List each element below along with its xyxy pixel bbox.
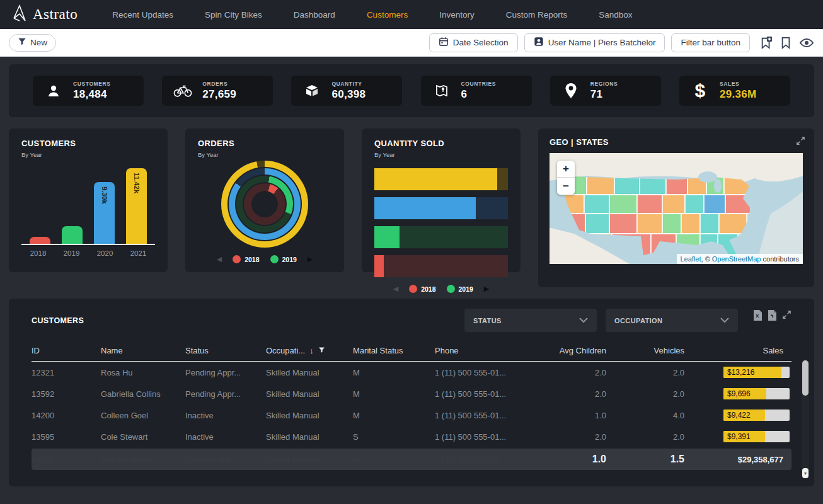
column-filter-icon[interactable]	[318, 346, 325, 355]
col-avg-children[interactable]: Avg Children	[541, 346, 613, 355]
cell-children: 2.0	[541, 432, 613, 442]
kpi-label: REGIONS	[590, 81, 618, 87]
occupation-dropdown[interactable]: OCCUPATION	[606, 309, 738, 332]
col-marital-status[interactable]: Marital Status	[353, 346, 435, 355]
date-selection-label: Date Selection	[453, 38, 509, 47]
scrollbar-thumb[interactable]	[802, 360, 809, 396]
legend-item-2019[interactable]: 2019	[270, 255, 297, 263]
cell-occupation: Skilled Manual	[266, 411, 353, 420]
filter-bar-button[interactable]: Filter bar button	[671, 33, 750, 52]
chevron-down-icon	[720, 318, 729, 323]
kpi-orders[interactable]: ORDERS 27,659	[162, 76, 273, 106]
cell-occupation: Skilled Manual	[266, 389, 353, 399]
nav-item-recent-updates[interactable]: Recent Updates	[96, 10, 189, 20]
col-id[interactable]: ID	[32, 346, 101, 355]
table-row[interactable]: 13595Cole StewartInactiveSkilled ManualS…	[32, 426, 791, 447]
legend-next-arrow[interactable]: ▶	[484, 285, 489, 293]
kpi-value: 18,484	[73, 88, 111, 101]
cell-name: Rosa Hu	[101, 368, 185, 377]
calendar-icon	[439, 37, 449, 49]
nav-item-custom-reports[interactable]: Custom Reports	[490, 10, 584, 20]
astrato-brand[interactable]: Astrato	[11, 4, 78, 25]
col-occupation[interactable]: Occupati... ↓	[266, 346, 353, 355]
user-name-button[interactable]: User Name | Piers Batchelor	[524, 33, 665, 52]
eye-icon[interactable]	[799, 37, 814, 49]
col-occupation-label: Occupati...	[266, 346, 305, 355]
cell-sales: $9,422	[691, 410, 790, 421]
quantity-bar-chart[interactable]	[374, 168, 508, 277]
cell-sales: $9,391	[691, 431, 790, 442]
date-selection-button[interactable]: Date Selection	[429, 33, 518, 52]
filter-toolbar: New Date Selection User Name | Piers Bat…	[0, 29, 823, 57]
osm-link[interactable]: OpenStreetMap	[712, 255, 761, 263]
nav-item-dashboard[interactable]: Dashboard	[278, 10, 351, 20]
cell-phone: 1 (11) 500 555-01...	[435, 368, 541, 377]
cell-phone: 1 (11) 500 555-01...	[435, 411, 541, 420]
bar-2020[interactable]: 9.30k	[94, 182, 115, 244]
legend-item-2018[interactable]: 2018	[409, 285, 435, 293]
col-status[interactable]: Status	[185, 346, 266, 355]
legend-label: 2019	[282, 256, 297, 263]
hbar-2018[interactable]	[374, 255, 508, 277]
bookmark-add-icon[interactable]	[760, 36, 773, 50]
hbar-2019[interactable]	[374, 226, 508, 248]
nav-item-spin-city-bikes[interactable]: Spin City Bikes	[189, 10, 278, 20]
cell-sales: $13,216	[691, 367, 790, 378]
sort-desc-icon[interactable]: ↓	[309, 346, 314, 355]
table-row[interactable]: 12321Rosa HuPending Appr...Skilled Manua…	[32, 362, 791, 383]
table-row[interactable]: 13592Gabriella CollinsPending Appr...Ski…	[32, 383, 791, 404]
kpi-quantity[interactable]: QUANTITY 60,398	[291, 76, 402, 106]
zoom-in-button[interactable]: +	[557, 161, 575, 178]
kpi-sales[interactable]: $ SALES 29.36M	[679, 76, 790, 106]
new-filter-button[interactable]: New	[9, 34, 56, 52]
nav-item-sandbox[interactable]: Sandbox	[583, 10, 648, 20]
col-vehicles[interactable]: Vehicles	[613, 346, 691, 355]
nav-item-customers[interactable]: Customers	[351, 10, 423, 20]
legend-item-2018[interactable]: 2018	[233, 255, 259, 263]
cell-marital: M	[353, 411, 435, 420]
status-dropdown[interactable]: STATUS	[464, 309, 597, 332]
bar-value-label: 9.30k	[101, 186, 108, 244]
sales-value: $9,422	[727, 410, 751, 421]
export-excel-icon[interactable]: X	[753, 310, 762, 321]
bar-2018[interactable]	[30, 237, 50, 244]
attrib-sep: , ©	[701, 255, 712, 263]
nav-item-inventory[interactable]: Inventory	[423, 10, 490, 20]
hbar-fill	[374, 226, 400, 248]
bar-2019[interactable]	[62, 226, 83, 244]
col-phone[interactable]: Phone	[435, 346, 541, 355]
expand-icon[interactable]	[796, 136, 805, 148]
legend-item-2019[interactable]: 2019	[447, 285, 473, 293]
orders-ring-chart[interactable]	[198, 161, 331, 248]
bicycle-icon	[172, 83, 193, 98]
legend-next-arrow[interactable]: ▶	[308, 255, 313, 263]
kpi-countries[interactable]: COUNTRIES 6	[421, 76, 532, 106]
scrollbar-down-arrow[interactable]: ▾	[802, 468, 809, 478]
legend-prev-arrow[interactable]: ◀	[393, 285, 398, 293]
customers-bar-chart[interactable]: 9.30k11.42k	[21, 164, 155, 245]
x-tick: 2019	[55, 249, 88, 257]
occupation-dropdown-label: OCCUPATION	[614, 317, 662, 324]
col-name[interactable]: Name	[101, 346, 185, 355]
col-sales[interactable]: Sales	[691, 346, 790, 355]
cell-children: 1.0	[541, 411, 613, 420]
expand-table-icon[interactable]	[782, 310, 791, 321]
hbar-2020[interactable]	[374, 197, 508, 219]
us-states-map[interactable]: + − Leaflet, © OpenStreetMap contributor…	[550, 153, 803, 264]
hbar-2021[interactable]	[374, 168, 508, 190]
bar-2021[interactable]: 11.42k	[126, 168, 147, 244]
quantity-chart-panel: QUANTITY SOLD By Year ◀20182019▶	[362, 129, 521, 272]
quantity-chart-title: QUANTITY SOLD	[374, 139, 508, 148]
zoom-out-button[interactable]: −	[557, 178, 575, 195]
bookmark-icon[interactable]	[780, 36, 791, 50]
legend-prev-arrow[interactable]: ◀	[217, 255, 222, 263]
main-content: CUSTOMERS 18,484 ORDERS 27,659 QUANTITY …	[0, 57, 823, 486]
person-icon	[43, 83, 64, 98]
export-file-icon[interactable]	[768, 310, 776, 321]
kpi-customers[interactable]: CUSTOMERS 18,484	[33, 76, 144, 106]
table-row[interactable]: 14200Colleen GoelInactiveSkilled ManualM…	[32, 404, 791, 426]
leaflet-link[interactable]: Leaflet	[681, 255, 701, 263]
kpi-regions[interactable]: REGIONS 71	[550, 76, 661, 106]
sales-value: $13,216	[727, 367, 754, 378]
table-total-row: 1.0 1.5 $29,358,677	[32, 449, 791, 470]
